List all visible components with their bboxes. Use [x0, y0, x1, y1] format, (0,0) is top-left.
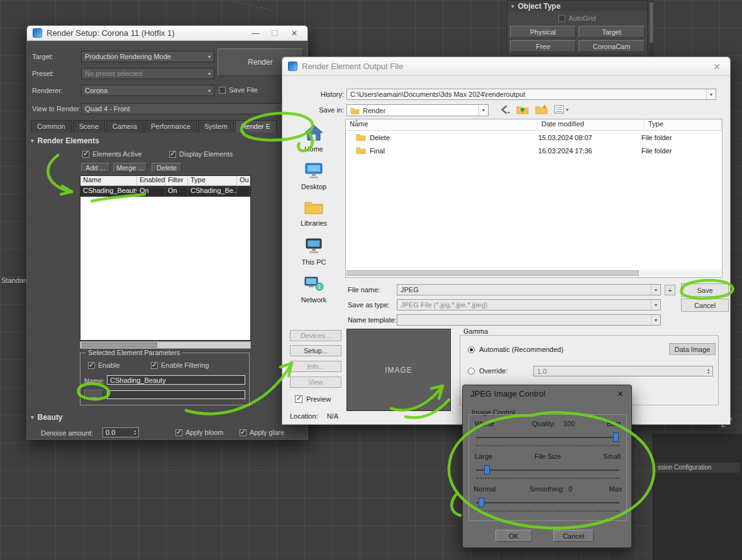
view-to-render-combo[interactable]: Quad 4 - Front [81, 103, 302, 114]
info-button[interactable]: Info... [290, 361, 341, 372]
output-dialog-titlebar[interactable]: Render Element Output File [282, 57, 730, 76]
free-button[interactable]: Free [510, 40, 576, 52]
data-image-button[interactable]: Data Image [669, 343, 716, 355]
element-name-field[interactable]: CShading_Beauty [107, 375, 245, 385]
tab-camera[interactable]: Camera [106, 120, 143, 133]
view-menu-icon[interactable]: ▾ [554, 105, 568, 114]
cancel-button[interactable]: Cancel [681, 299, 729, 312]
save-in-combo[interactable]: Render [346, 104, 489, 116]
add-element-button[interactable]: Add ... [81, 163, 110, 172]
override-radio[interactable] [468, 368, 475, 375]
merge-element-button[interactable]: Merge ... [113, 163, 147, 172]
table-row[interactable]: CShading_Beauty On On CShading_Be... [80, 186, 250, 197]
col-name[interactable]: Name [346, 119, 538, 130]
elements-table-header[interactable]: Name Enabled Filter Type Ou [80, 176, 250, 186]
object-type-header[interactable]: ▾ Object Type [507, 1, 647, 11]
up-folder-icon[interactable] [516, 104, 529, 114]
preview-checkbox[interactable] [295, 395, 302, 403]
session-configuration-item[interactable]: ssion Configuration [656, 463, 740, 473]
place-desktop[interactable]: Desktop [285, 162, 343, 190]
preset-combo[interactable]: No preset selected [81, 68, 214, 79]
file-list-hscrollbar[interactable] [346, 270, 721, 277]
apply-glare-checkbox[interactable] [240, 429, 246, 436]
view-button[interactable]: View [290, 376, 341, 388]
close-button[interactable] [287, 29, 302, 38]
beauty-rollout-header[interactable]: ▾ Beauty [31, 413, 63, 422]
ok-button[interactable]: OK [496, 530, 532, 542]
tab-system[interactable]: System [198, 120, 234, 133]
file-name-combo[interactable]: JPEG [397, 284, 661, 295]
file-row-final[interactable]: Final 16.03.2024 17:36 File folder [346, 144, 722, 157]
denoise-amount-field[interactable]: 0.0 ▴▾ [102, 427, 139, 437]
target-combo[interactable]: Production Rendering Mode [81, 51, 214, 62]
enable-checkbox[interactable] [88, 362, 95, 369]
output-path-field[interactable] [107, 390, 245, 399]
filesize-slider[interactable] [476, 465, 619, 475]
col-date-modified[interactable]: Date modified [538, 119, 645, 130]
smoothing-slider[interactable] [476, 498, 619, 508]
override-field[interactable]: 1.0 ▴▾ [533, 366, 713, 376]
file-list-header[interactable]: Name Date modified Type [346, 119, 722, 131]
renderer-combo[interactable]: Corona [81, 85, 214, 96]
output-browse-button[interactable]: ... [84, 390, 103, 400]
maximize-button[interactable] [267, 29, 282, 38]
quality-slider-handle[interactable] [613, 432, 619, 442]
file-list[interactable]: ^ Name Date modified Type Delete 15.03.2… [345, 119, 723, 278]
col-type[interactable]: Type [188, 176, 237, 185]
save-button[interactable]: Save [681, 283, 729, 297]
close-button[interactable] [709, 62, 724, 72]
save-file-checkbox[interactable] [219, 87, 226, 94]
spinner-icon[interactable]: ▴▾ [134, 429, 136, 436]
sort-ascending-icon[interactable]: ^ [355, 119, 358, 125]
apply-bloom-checkbox[interactable] [175, 429, 182, 436]
enable-filtering-checkbox[interactable] [151, 362, 158, 369]
place-libraries[interactable]: Libraries [285, 199, 343, 227]
devices-button[interactable]: Devices... [290, 330, 341, 341]
increment-plus-button[interactable]: + [665, 285, 675, 295]
display-elements-checkbox[interactable] [169, 151, 176, 158]
back-icon[interactable] [500, 105, 510, 114]
target-button[interactable]: Target [579, 26, 645, 38]
tab-common[interactable]: Common [31, 120, 72, 133]
tab-scene[interactable]: Scene [73, 120, 105, 133]
minimize-button[interactable] [248, 29, 263, 38]
col-type[interactable]: Type [645, 119, 722, 130]
denoise-amount-value: 0.0 [106, 429, 115, 436]
history-combo[interactable]: C:\Users\eamain\Documents\3ds Max 2024\r… [346, 89, 716, 100]
tab-performance[interactable]: Performance [145, 120, 197, 133]
location-row: Location: N/A [290, 412, 338, 420]
render-setup-titlebar[interactable]: Render Setup: Corona 11 (Hotfix 1) [27, 26, 307, 41]
elements-active-checkbox[interactable] [82, 151, 89, 158]
elements-table[interactable]: Name Enabled Filter Type Ou CShading_Bea… [80, 175, 251, 341]
automatic-radio[interactable] [468, 346, 475, 353]
smoothing-slider-handle[interactable] [479, 498, 484, 507]
filesize-slider-handle[interactable] [484, 465, 490, 475]
name-template-combo[interactable] [397, 314, 661, 326]
place-network[interactable]: Network [285, 275, 343, 304]
col-name[interactable]: Name [80, 176, 137, 185]
cancel-button[interactable]: Cancel [553, 530, 594, 542]
elements-active-label: Elements Active [92, 150, 141, 158]
save-as-type-combo[interactable]: JPEG File (*.jpg,*.jpe,*.jpeg) [397, 299, 661, 310]
quality-slider[interactable] [476, 432, 619, 442]
autogrid-checkbox[interactable] [558, 15, 565, 22]
physical-button[interactable]: Physical [510, 26, 576, 38]
jpeg-dialog-titlebar[interactable]: JPEG Image Control [463, 385, 631, 402]
setup-button[interactable]: Setup... [290, 345, 341, 356]
col-enabled[interactable]: Enabled [137, 176, 165, 185]
tab-render-elements[interactable]: Render E [235, 120, 277, 133]
col-output[interactable]: Ou [237, 176, 250, 185]
place-home[interactable]: Home [285, 124, 343, 153]
delete-element-button[interactable]: Delete [152, 163, 182, 172]
col-filter[interactable]: Filter [165, 176, 188, 185]
place-this-pc[interactable]: This PC [285, 237, 343, 266]
render-elements-rollout-header[interactable]: ▾ Render Elements [31, 136, 99, 145]
spinner-icon[interactable]: ▴▾ [707, 368, 709, 375]
new-folder-icon[interactable] [535, 104, 548, 114]
coronacam-button[interactable]: CoronaCam [579, 40, 645, 52]
close-button[interactable] [617, 389, 624, 398]
elements-table-hscrollbar[interactable] [80, 341, 251, 349]
place-label: Libraries [285, 219, 343, 227]
elements-table-empty-area [80, 197, 250, 340]
file-row-delete[interactable]: Delete 15.03.2024 08:07 File folder [346, 131, 722, 144]
